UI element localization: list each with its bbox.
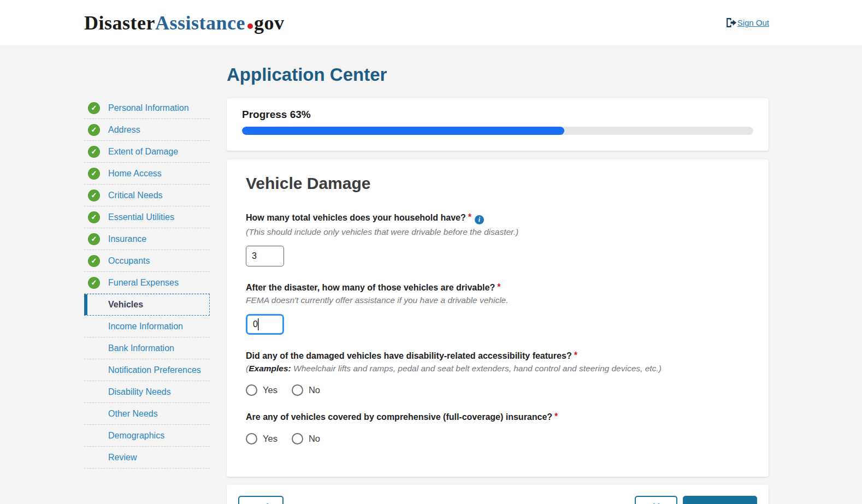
sign-out-icon: [725, 17, 736, 28]
info-icon[interactable]: i: [475, 215, 484, 224]
accessibility-radio-group: Yes No: [246, 384, 749, 396]
sidebar-item-label: Insurance: [108, 234, 146, 244]
disaster-assistance-logo[interactable]: DisasterAssistancegov: [84, 11, 284, 34]
logo-text-gov: gov: [254, 12, 285, 34]
sidebar-item-label: Income Information: [108, 322, 183, 331]
sidebar-item-label: Funeral Expenses: [108, 278, 179, 288]
page-title: Application Center: [227, 64, 769, 85]
sidebar-item-income-information[interactable]: Income Information: [84, 316, 210, 337]
question-hint: (This should include only vehicles that …: [246, 227, 749, 237]
radio-icon[interactable]: [292, 433, 303, 444]
check-icon: ✓: [88, 255, 100, 267]
sidebar-item-review[interactable]: Review: [84, 447, 210, 469]
sidebar-item-label: Critical Needs: [108, 191, 163, 200]
sidebar-item-label: Vehicles: [108, 300, 143, 310]
progress-bar-fill: [242, 127, 564, 135]
sidebar-item-label: Address: [108, 125, 140, 135]
insurance-radio-group: Yes No: [246, 433, 749, 444]
sidebar-item-funeral-expenses[interactable]: ✓ Funeral Expenses: [84, 272, 210, 294]
sidebar-item-address[interactable]: ✓ Address: [84, 119, 210, 141]
sidebar-item-occupants[interactable]: ✓ Occupants: [84, 250, 210, 272]
save-next-button[interactable]: Save & Next: [683, 496, 757, 504]
check-icon: ✓: [88, 233, 100, 245]
required-asterisk: *: [495, 282, 500, 292]
progress-bar-track: [242, 127, 753, 135]
check-icon: ✓: [88, 168, 100, 180]
question-label: How many total vehicles does your househ…: [246, 212, 749, 224]
site-header: DisasterAssistancegov Sign Out: [0, 0, 862, 45]
sidebar-item-vehicles[interactable]: Vehicles: [84, 294, 210, 316]
sidebar-item-label: Home Access: [108, 169, 162, 179]
logo-text-disaster: Disaster: [84, 12, 155, 34]
question-comprehensive-insurance: Are any of vehicles covered by comprehen…: [246, 412, 749, 444]
sidebar-item-label: Essential Utilities: [108, 212, 174, 222]
total-vehicles-input[interactable]: [246, 246, 284, 266]
radio-label: No: [309, 385, 320, 395]
question-label: Did any of the damaged vehicles have dis…: [246, 351, 749, 361]
sidebar-item-insurance[interactable]: ✓ Insurance: [84, 228, 210, 250]
progress-card: Progress 63%: [227, 98, 769, 151]
drivable-vehicles-input[interactable]: [246, 314, 284, 335]
accessibility-yes-radio[interactable]: Yes: [246, 384, 278, 396]
sidebar-item-notification-preferences[interactable]: Notification Preferences: [84, 359, 210, 381]
skip-button[interactable]: Skip: [635, 496, 678, 504]
logo-dot-icon: [247, 23, 253, 29]
check-icon: ✓: [88, 277, 100, 289]
sidebar-item-label: Extent of Damage: [108, 147, 178, 157]
required-asterisk: *: [466, 212, 471, 222]
required-asterisk: *: [572, 351, 577, 360]
sidebar-item-bank-information[interactable]: Bank Information: [84, 337, 210, 359]
vehicle-damage-form-card: Vehicle Damage How many total vehicles d…: [227, 159, 769, 477]
radio-icon[interactable]: [292, 384, 303, 396]
sidebar-item-label: Bank Information: [108, 343, 174, 353]
sidebar-item-label: Demographics: [108, 431, 164, 441]
sidebar-item-label: Occupants: [108, 256, 150, 266]
sign-out-button[interactable]: Sign Out: [725, 17, 769, 28]
accessibility-no-radio[interactable]: No: [292, 384, 320, 396]
required-asterisk: *: [552, 412, 558, 421]
question-label: After the disaster, how many of those ve…: [246, 282, 749, 293]
sidebar-item-label: Personal Information: [108, 103, 189, 113]
radio-label: No: [309, 434, 320, 444]
page-body: ✓ Personal Information ✓ Address ✓ Exten…: [0, 45, 862, 504]
back-button[interactable]: Back: [238, 496, 284, 504]
question-hint: FEMA doesn't currently offer assistance …: [246, 295, 749, 305]
application-steps-sidebar: ✓ Personal Information ✓ Address ✓ Exten…: [84, 97, 210, 504]
question-drivable-vehicles: After the disaster, how many of those ve…: [246, 282, 749, 335]
sidebar-item-critical-needs[interactable]: ✓ Critical Needs: [84, 185, 210, 206]
insurance-no-radio[interactable]: No: [292, 433, 320, 444]
check-icon: ✓: [88, 189, 100, 201]
radio-icon[interactable]: [246, 384, 257, 396]
footer-right-buttons: Skip Save & Next: [635, 496, 757, 504]
sidebar-item-essential-utilities[interactable]: ✓ Essential Utilities: [84, 206, 210, 228]
insurance-yes-radio[interactable]: Yes: [246, 433, 278, 444]
main-content: Application Center Progress 63% Vehicle …: [227, 45, 769, 504]
radio-label: Yes: [263, 434, 278, 444]
progress-label: Progress 63%: [242, 109, 753, 121]
question-total-vehicles: How many total vehicles does your househ…: [246, 212, 749, 266]
sidebar-item-disability-needs[interactable]: Disability Needs: [84, 381, 210, 403]
sidebar-item-label: Notification Preferences: [108, 365, 201, 375]
question-label: Are any of vehicles covered by comprehen…: [246, 412, 749, 422]
check-icon: ✓: [88, 211, 100, 223]
question-accessibility-features: Did any of the damaged vehicles have dis…: [246, 351, 749, 396]
sidebar-item-demographics[interactable]: Demographics: [84, 425, 210, 447]
radio-icon[interactable]: [246, 433, 257, 444]
check-icon: ✓: [88, 102, 100, 114]
sidebar-item-personal-information[interactable]: ✓ Personal Information: [84, 97, 210, 119]
form-title: Vehicle Damage: [246, 174, 749, 193]
sidebar-item-other-needs[interactable]: Other Needs: [84, 403, 210, 425]
radio-label: Yes: [263, 385, 278, 395]
logo-text-assistance: Assistance: [155, 12, 245, 34]
question-hint: (Examples: Wheelchair lifts and ramps, p…: [246, 364, 749, 373]
form-navigation-bar: Back Skip Save & Next: [227, 485, 769, 504]
sidebar-item-label: Disability Needs: [108, 387, 171, 397]
check-icon: ✓: [88, 124, 100, 136]
sign-out-link[interactable]: Sign Out: [737, 18, 769, 27]
check-icon: ✓: [88, 146, 100, 158]
sidebar-item-label: Review: [108, 453, 137, 463]
sidebar-item-label: Other Needs: [108, 409, 158, 419]
sidebar-item-extent-of-damage[interactable]: ✓ Extent of Damage: [84, 141, 210, 163]
sidebar-item-home-access[interactable]: ✓ Home Access: [84, 163, 210, 185]
